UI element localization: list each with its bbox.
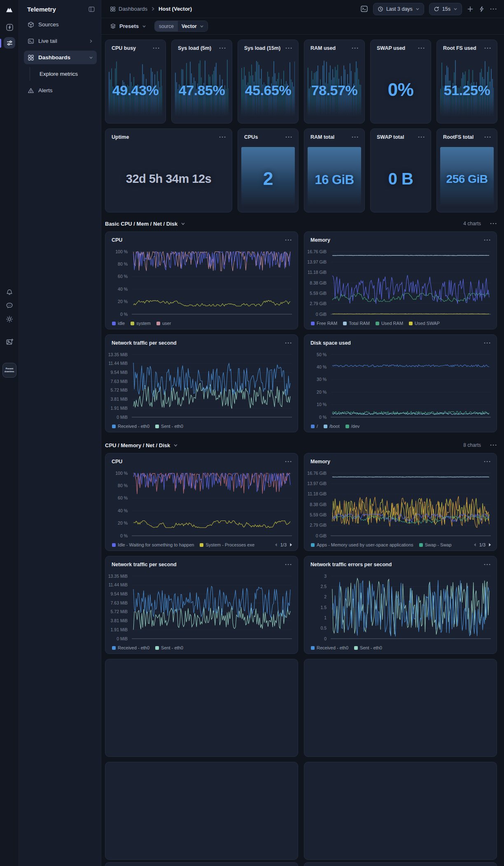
legend-item[interactable]: Apps - Memory used by user-space applica… [311,542,413,547]
legend-item[interactable]: system [131,321,151,326]
svg-text:40 %: 40 % [118,287,128,292]
legend-item[interactable]: idle [112,321,125,326]
screenshot-image-icon[interactable] [6,338,14,348]
card-menu-icon[interactable] [418,135,425,139]
section-header-basic[interactable]: Basic CPU / Mem / Net / Disk 4 charts [105,219,497,228]
query-terminal-icon[interactable] [360,5,368,13]
card-menu-icon[interactable] [285,460,292,464]
card-menu-icon[interactable] [285,341,292,345]
cpu-line-chart[interactable]: 100 %80 %60 %40 %20 %0 % [105,247,299,319]
promo-card[interactable]: Prevent downtime. [2,363,16,378]
memory-line-chart[interactable]: 16.76 GiB13.97 GiB11.18 GiB8.38 GiB5.59 … [304,247,497,319]
stat-value: 0% [371,79,430,100]
legend-item[interactable]: Idle - Waiting for something to happen [112,542,194,547]
card-menu-icon[interactable] [285,563,292,567]
svg-text:0 %: 0 % [120,312,128,317]
source-filter[interactable]: source Vector [154,21,208,32]
legend-item[interactable]: Sent - eth0 [155,424,183,429]
legend-item[interactable]: Sent - eth0 [155,645,183,650]
header-more-icon[interactable] [490,7,497,11]
card-menu-icon[interactable] [484,135,492,139]
legend-item[interactable]: / [311,424,318,429]
sidebar-item-sources[interactable]: Sources [24,18,97,31]
breadcrumb-dashboards[interactable]: Dashboards [110,6,147,12]
svg-text:16.76 GiB: 16.76 GiB [307,249,327,254]
legend-pager[interactable]: 1/3 [473,542,492,547]
legend-item[interactable]: user [156,321,171,326]
legend-item[interactable]: Used SWAP [409,321,440,326]
card-title: RAM total [310,134,334,140]
stat-value: 78.57% [305,82,364,98]
section-title: Basic CPU / Mem / Net / Disk [105,221,177,227]
stat-card-swap-total: SWAP total 0 B [370,128,431,212]
network-line-chart[interactable]: 13.35 MiB11.44 MiB9.54 MiB7.63 MiB5.72 M… [105,350,299,422]
section-header-cpu-memory[interactable]: CPU / Memory / Net / Disk 8 charts [105,441,497,450]
collapse-sidebar-icon[interactable] [88,6,95,13]
filter-bar: Presets source Vector [101,18,504,35]
card-menu-icon[interactable] [484,460,491,464]
time-range-button[interactable]: Last 3 days [373,3,424,15]
card-menu-icon[interactable] [484,46,492,50]
card-menu-icon[interactable] [484,341,491,345]
svg-text:1.5: 1.5 [320,605,327,610]
sidebar-item-live-tail[interactable]: Live tail [24,34,97,48]
add-chart-plus-icon[interactable] [467,6,474,12]
layers-icon [110,23,116,29]
network-line-chart[interactable]: 13.35 MiB11.44 MiB9.54 MiB7.63 MiB5.72 M… [105,571,299,644]
chart-card-network-basic: Network traffic per second 13.35 MiB11.4… [105,334,298,432]
legend-item[interactable]: /dev [345,424,360,429]
legend-item[interactable]: System - Processes exe [200,542,254,547]
legend-item[interactable]: Free RAM [311,321,337,326]
card-menu-icon[interactable] [352,135,359,139]
card-menu-icon[interactable] [219,46,226,50]
card-menu-icon[interactable] [285,238,292,242]
card-menu-icon[interactable] [484,563,491,567]
sidebar-item-label: Dashboards [38,54,85,61]
stat-card-root-fs-used: Root FS used 51.25% [436,40,497,124]
disk-line-chart[interactable]: 50 %40 %30 %20 %10 %0 % [304,350,497,422]
notifications-bell-icon[interactable] [6,288,13,297]
theme-sun-icon[interactable] [6,315,13,324]
sidebar-item-label: Sources [38,21,93,28]
network-errors-line-chart[interactable]: 32.521.510.50 [304,571,497,644]
legend-item[interactable]: Received - eth0 [311,645,348,650]
flows-icon[interactable] [4,21,15,33]
legend-item[interactable]: Received - eth0 [112,645,149,650]
refresh-interval-button[interactable]: 15s [429,3,462,15]
section-menu-icon[interactable] [490,443,497,447]
memory-line-chart[interactable]: 16.76 GiB13.97 GiB11.18 GiB8.38 GiB5.59 … [304,468,497,541]
bolt-icon[interactable] [478,6,485,12]
card-menu-icon[interactable] [352,46,359,50]
sidebar-item-alerts[interactable]: Alerts [24,84,97,97]
card-menu-icon[interactable] [285,135,293,139]
telemetry-nav-icon[interactable] [4,37,15,49]
legend-item[interactable]: /boot [324,424,339,429]
legend-item[interactable]: Swap - Swap [419,542,452,547]
axiom-logo[interactable] [4,5,15,16]
card-menu-icon[interactable] [219,135,226,139]
legend-item[interactable]: Sent - eth0 [354,645,382,650]
section-menu-icon[interactable] [490,222,497,226]
presets-button[interactable]: Presets [110,23,146,29]
card-menu-icon[interactable] [418,46,425,50]
card-menu-icon[interactable] [484,238,491,242]
cpu-line-chart[interactable]: 100 %80 %60 %40 %20 %0 % [105,468,299,541]
legend-item[interactable]: Used RAM [376,321,403,326]
chart-legend: idlesystemuser [112,321,293,326]
legend-item[interactable]: Received - eth0 [112,424,149,429]
sidebar-item-dashboards[interactable]: Dashboards [24,51,97,64]
sidebar-item-explore-metrics[interactable]: Explore metrics [24,67,97,81]
legend-item[interactable]: Total RAM [343,321,370,326]
feedback-chat-icon[interactable] [6,302,13,311]
page-next-icon [289,543,293,547]
card-menu-icon[interactable] [285,46,293,50]
stat-value: 47.85% [173,82,231,98]
chart-title: Network traffic per second [112,562,177,567]
stat-value: 2 [239,168,297,189]
stat-card-ram-total: RAM total 16 GiB [304,128,365,212]
legend-pager[interactable]: 1/3 [274,542,293,547]
terminal-icon [28,38,34,44]
card-title: Uptime [112,134,129,140]
section-chart-count: 4 charts [463,221,481,226]
card-menu-icon[interactable] [153,46,160,50]
